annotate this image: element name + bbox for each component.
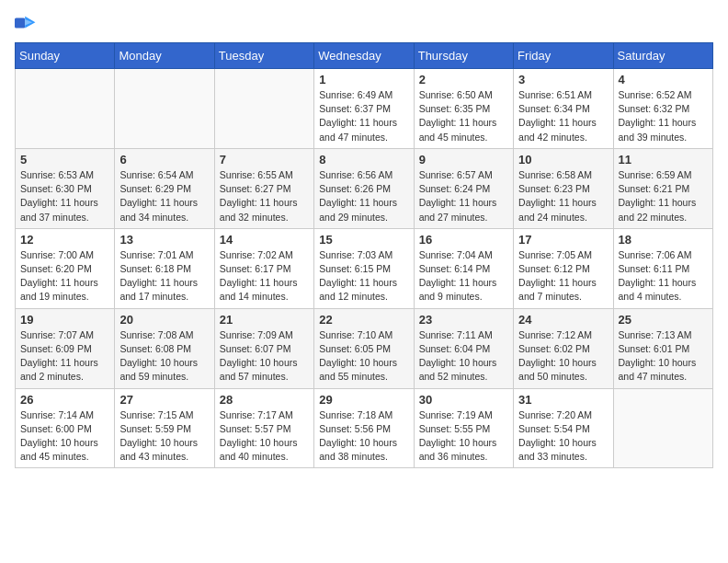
day-number: 10 [518,153,608,167]
calendar-day-cell [16,69,115,149]
calendar-day-cell: 29Sunrise: 7:18 AM Sunset: 5:56 PM Dayli… [314,388,414,468]
day-info: Sunrise: 7:06 AM Sunset: 6:11 PM Dayligh… [619,248,708,304]
calendar-table: SundayMondayTuesdayWednesdayThursdayFrid… [15,42,713,468]
calendar-day-cell: 23Sunrise: 7:11 AM Sunset: 6:04 PM Dayli… [414,308,513,388]
calendar-day-cell: 20Sunrise: 7:08 AM Sunset: 6:08 PM Dayli… [115,308,214,388]
day-of-week-header: Thursday [414,43,513,69]
day-info: Sunrise: 7:13 AM Sunset: 6:01 PM Dayligh… [619,328,708,385]
day-number: 26 [20,393,109,407]
day-number: 7 [220,153,309,167]
day-info: Sunrise: 6:54 AM Sunset: 6:29 PM Dayligh… [119,168,209,224]
calendar-day-cell: 28Sunrise: 7:17 AM Sunset: 5:57 PM Dayli… [214,388,313,468]
day-number: 9 [419,153,508,167]
calendar-day-cell: 9Sunrise: 6:57 AM Sunset: 6:24 PM Daylig… [414,148,513,228]
day-info: Sunrise: 7:08 AM Sunset: 6:08 PM Dayligh… [119,328,209,385]
day-number: 28 [220,393,309,407]
calendar-day-cell: 18Sunrise: 7:06 AM Sunset: 6:11 PM Dayli… [613,228,712,308]
day-number: 12 [20,233,109,247]
calendar-day-cell: 19Sunrise: 7:07 AM Sunset: 6:09 PM Dayli… [16,308,115,388]
calendar-day-cell: 17Sunrise: 7:05 AM Sunset: 6:12 PM Dayli… [514,228,613,308]
day-info: Sunrise: 6:53 AM Sunset: 6:30 PM Dayligh… [20,168,109,224]
day-info: Sunrise: 7:00 AM Sunset: 6:20 PM Dayligh… [20,248,109,304]
day-info: Sunrise: 7:01 AM Sunset: 6:18 PM Dayligh… [119,248,209,304]
calendar-week-row: 19Sunrise: 7:07 AM Sunset: 6:09 PM Dayli… [16,308,713,388]
day-number: 17 [518,233,608,247]
day-number: 20 [119,313,209,327]
day-number: 3 [518,73,608,86]
calendar-day-cell: 14Sunrise: 7:02 AM Sunset: 6:17 PM Dayli… [214,228,313,308]
calendar-week-row: 26Sunrise: 7:14 AM Sunset: 6:00 PM Dayli… [16,388,713,468]
day-of-week-header: Wednesday [314,43,414,69]
logo [15,15,40,31]
calendar-day-cell: 25Sunrise: 7:13 AM Sunset: 6:01 PM Dayli… [613,308,712,388]
day-info: Sunrise: 6:50 AM Sunset: 6:35 PM Dayligh… [419,88,508,144]
calendar-day-cell: 31Sunrise: 7:20 AM Sunset: 5:54 PM Dayli… [514,388,613,468]
day-info: Sunrise: 7:20 AM Sunset: 5:54 PM Dayligh… [518,408,608,465]
calendar-day-cell: 4Sunrise: 6:52 AM Sunset: 6:32 PM Daylig… [613,69,712,149]
day-number: 19 [20,313,109,327]
calendar-day-cell: 16Sunrise: 7:04 AM Sunset: 6:14 PM Dayli… [414,228,513,308]
day-number: 23 [419,313,508,327]
day-number: 6 [119,153,209,167]
day-number: 22 [319,313,408,327]
day-number: 8 [319,153,408,167]
calendar-day-cell [115,69,214,149]
day-number: 4 [619,73,708,86]
day-info: Sunrise: 6:52 AM Sunset: 6:32 PM Dayligh… [619,88,708,144]
day-info: Sunrise: 7:19 AM Sunset: 5:55 PM Dayligh… [419,408,508,465]
calendar-day-cell: 22Sunrise: 7:10 AM Sunset: 6:05 PM Dayli… [314,308,414,388]
day-info: Sunrise: 6:59 AM Sunset: 6:21 PM Dayligh… [619,168,708,224]
calendar-day-cell: 21Sunrise: 7:09 AM Sunset: 6:07 PM Dayli… [214,308,313,388]
day-number: 16 [419,233,508,247]
day-info: Sunrise: 7:07 AM Sunset: 6:09 PM Dayligh… [20,328,109,385]
calendar-day-cell: 12Sunrise: 7:00 AM Sunset: 6:20 PM Dayli… [16,228,115,308]
day-of-week-header: Saturday [613,43,712,69]
day-info: Sunrise: 7:18 AM Sunset: 5:56 PM Dayligh… [319,408,408,465]
day-info: Sunrise: 6:55 AM Sunset: 6:27 PM Dayligh… [220,168,309,224]
day-of-week-header: Tuesday [214,43,313,69]
day-number: 29 [319,393,408,407]
day-info: Sunrise: 6:49 AM Sunset: 6:37 PM Dayligh… [319,88,408,144]
day-info: Sunrise: 6:56 AM Sunset: 6:26 PM Dayligh… [319,168,408,224]
day-number: 15 [319,233,408,247]
day-number: 25 [619,313,708,327]
day-number: 13 [119,233,209,247]
calendar-day-cell: 5Sunrise: 6:53 AM Sunset: 6:30 PM Daylig… [16,148,115,228]
calendar-day-cell: 7Sunrise: 6:55 AM Sunset: 6:27 PM Daylig… [214,148,313,228]
calendar-day-cell: 2Sunrise: 6:50 AM Sunset: 6:35 PM Daylig… [414,69,513,149]
calendar-day-cell: 3Sunrise: 6:51 AM Sunset: 6:34 PM Daylig… [514,69,613,149]
calendar-week-row: 1Sunrise: 6:49 AM Sunset: 6:37 PM Daylig… [16,69,713,149]
day-info: Sunrise: 7:09 AM Sunset: 6:07 PM Dayligh… [220,328,309,385]
day-of-week-header: Friday [514,43,613,69]
day-info: Sunrise: 7:02 AM Sunset: 6:17 PM Dayligh… [220,248,309,304]
day-of-week-header: Monday [115,43,214,69]
day-info: Sunrise: 6:58 AM Sunset: 6:23 PM Dayligh… [518,168,608,224]
calendar-day-cell: 30Sunrise: 7:19 AM Sunset: 5:55 PM Dayli… [414,388,513,468]
day-number: 2 [419,73,508,86]
day-info: Sunrise: 7:03 AM Sunset: 6:15 PM Dayligh… [319,248,408,304]
day-info: Sunrise: 7:15 AM Sunset: 5:59 PM Dayligh… [119,408,209,465]
day-number: 5 [20,153,109,167]
calendar-day-cell: 6Sunrise: 6:54 AM Sunset: 6:29 PM Daylig… [115,148,214,228]
day-info: Sunrise: 7:05 AM Sunset: 6:12 PM Dayligh… [518,248,608,304]
calendar-day-cell: 26Sunrise: 7:14 AM Sunset: 6:00 PM Dayli… [16,388,115,468]
calendar-day-cell: 1Sunrise: 6:49 AM Sunset: 6:37 PM Daylig… [314,69,414,149]
day-number: 11 [619,153,708,167]
day-info: Sunrise: 6:51 AM Sunset: 6:34 PM Dayligh… [518,88,608,144]
day-number: 18 [619,233,708,247]
day-info: Sunrise: 7:14 AM Sunset: 6:00 PM Dayligh… [20,408,109,465]
calendar-day-cell [214,69,313,149]
calendar-day-cell: 11Sunrise: 6:59 AM Sunset: 6:21 PM Dayli… [613,148,712,228]
day-number: 1 [319,73,408,86]
calendar-day-cell: 24Sunrise: 7:12 AM Sunset: 6:02 PM Dayli… [514,308,613,388]
calendar-header-row: SundayMondayTuesdayWednesdayThursdayFrid… [16,43,713,69]
day-of-week-header: Sunday [16,43,115,69]
page-header [15,15,713,31]
calendar-day-cell: 15Sunrise: 7:03 AM Sunset: 6:15 PM Dayli… [314,228,414,308]
day-info: Sunrise: 7:11 AM Sunset: 6:04 PM Dayligh… [419,328,508,385]
day-number: 27 [119,393,209,407]
calendar-day-cell: 27Sunrise: 7:15 AM Sunset: 5:59 PM Dayli… [115,388,214,468]
calendar-day-cell [613,388,712,468]
calendar-day-cell: 13Sunrise: 7:01 AM Sunset: 6:18 PM Dayli… [115,228,214,308]
svg-rect-0 [15,17,25,28]
